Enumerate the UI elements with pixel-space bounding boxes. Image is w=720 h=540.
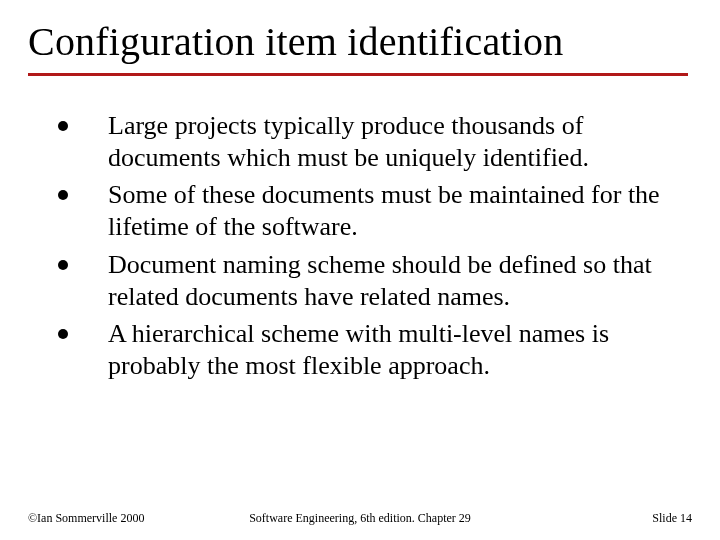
list-item-text: Document naming scheme should be defined… (108, 249, 682, 312)
list-item: Large projects typically produce thousan… (58, 110, 682, 173)
bullet-icon (58, 190, 68, 200)
list-item: Document naming scheme should be defined… (58, 249, 682, 312)
bullet-icon (58, 329, 68, 339)
bullet-icon (58, 121, 68, 131)
title-underline (28, 73, 688, 76)
list-item-text: A hierarchical scheme with multi-level n… (108, 318, 682, 381)
bullet-icon (58, 260, 68, 270)
bullet-list: Large projects typically produce thousan… (28, 110, 692, 382)
footer-copyright: ©Ian Sommerville 2000 (28, 511, 144, 526)
footer: ©Ian Sommerville 2000 Software Engineeri… (0, 511, 720, 526)
page-title: Configuration item identification (28, 18, 692, 71)
list-item-text: Large projects typically produce thousan… (108, 110, 682, 173)
list-item: Some of these documents must be maintain… (58, 179, 682, 242)
list-item: A hierarchical scheme with multi-level n… (58, 318, 682, 381)
footer-slide-number: Slide 14 (652, 511, 692, 526)
list-item-text: Some of these documents must be maintain… (108, 179, 682, 242)
slide: Configuration item identification Large … (0, 0, 720, 540)
